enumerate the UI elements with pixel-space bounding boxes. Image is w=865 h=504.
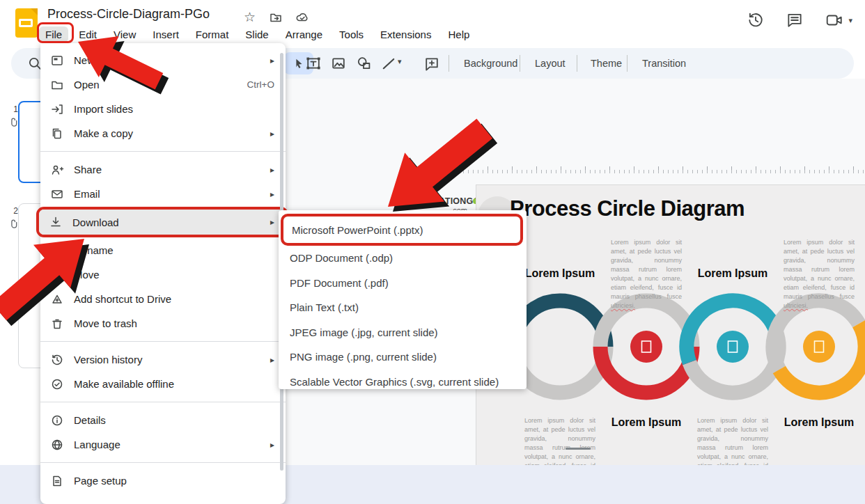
menu-slide[interactable]: Slide (239, 26, 274, 42)
insert-image-icon[interactable] (330, 55, 347, 72)
move-folder-icon[interactable] (269, 10, 283, 24)
menu-extensions[interactable]: Extensions (374, 26, 437, 42)
submenu-item-pdf[interactable]: PDF Document (.pdf) (279, 271, 527, 296)
menu-item-label: Import slides (74, 103, 133, 115)
copy-icon (50, 127, 64, 141)
slide-page[interactable]: Process Circle Diagram (476, 184, 865, 504)
file-menu: New ▸ Open Ctrl+O Import slides Make a c… (40, 43, 286, 504)
pptx-highlight-box: Microsoft PowerPoint (.pptx) (281, 214, 523, 246)
menu-format[interactable]: Format (189, 26, 235, 42)
menu-item-make-a-copy[interactable]: Make a copy ▸ (40, 121, 286, 145)
menu-item-details[interactable]: Details (40, 408, 286, 432)
menu-item-version-history[interactable]: Version history ▸ (40, 347, 286, 372)
menu-item-make-available-offline[interactable]: Make available offline (40, 372, 286, 396)
menu-item-new[interactable]: New ▸ (40, 48, 286, 72)
menu-item-open[interactable]: Open Ctrl+O (40, 72, 286, 97)
chevron-right-icon: ▸ (270, 129, 274, 139)
menu-item-label: Move to trash (74, 317, 137, 329)
speaker-notes-resize-handle[interactable] (566, 448, 591, 450)
menu-item-label: Rename (74, 244, 114, 256)
menu-item-label: Move (74, 269, 100, 281)
submenu-item-svg[interactable]: Scalable Vector Graphics (.svg, current … (279, 370, 527, 395)
watermark-brand: PRESENTATIONGO (398, 196, 467, 206)
menu-view[interactable]: View (107, 26, 142, 42)
background-button[interactable]: Background (457, 48, 524, 79)
menu-divider (40, 341, 286, 342)
import-icon (50, 102, 64, 116)
lorem-misspelled-word: ultriciesi. (784, 302, 808, 309)
menu-item-language[interactable]: Language ▸ (40, 432, 286, 457)
menu-insert[interactable]: Insert (146, 26, 185, 42)
menu-item-move[interactable]: Move (40, 262, 286, 287)
attachment-clip-icon (7, 117, 18, 128)
cloud-status-icon[interactable] (295, 10, 309, 24)
lorem-heading[interactable]: Lorem Ipsum (691, 267, 774, 280)
version-history-icon[interactable] (747, 11, 765, 29)
menu-item-label: Email (74, 188, 100, 200)
transition-button[interactable]: Transition (635, 48, 693, 79)
menu-item-rename[interactable]: Rename (40, 238, 286, 262)
insert-comment-icon[interactable] (423, 55, 440, 72)
menu-item-label: Open (74, 79, 100, 90)
toolbar-separator (577, 55, 577, 72)
layout-button[interactable]: Layout (528, 48, 572, 79)
menu-item-email[interactable]: Email ▸ (40, 182, 286, 206)
globe-icon (50, 438, 64, 452)
history-icon (50, 353, 64, 367)
meet-camera-button[interactable]: ▾ (825, 11, 852, 29)
textbox-tool-icon[interactable] (305, 55, 322, 72)
google-slides-logo[interactable] (15, 8, 38, 38)
menu-item-label: Download (72, 216, 119, 228)
chevron-right-icon: ▸ (270, 56, 274, 65)
menu-divider (40, 151, 286, 152)
lorem-misspelled-word: ultriciesi. (611, 302, 635, 309)
process-dot-4 (803, 331, 835, 363)
process-ring-1 (514, 301, 606, 393)
lorem-heading[interactable]: Lorem Ipsum (605, 416, 688, 429)
menu-item-label: Version history (74, 354, 142, 365)
attachment-clip-icon (7, 219, 18, 230)
submenu-item-txt[interactable]: Plain Text (.txt) (279, 295, 527, 320)
person-add-icon (50, 163, 64, 177)
lorem-paragraph[interactable]: Lorem ipsum dolor sit amet, at pede luct… (784, 238, 855, 310)
star-icon[interactable]: ☆ (244, 9, 256, 25)
toolbar-separator (627, 55, 628, 72)
drive-add-icon (50, 292, 64, 306)
submenu-item-pptx[interactable]: Microsoft PowerPoint (.pptx) (283, 216, 520, 243)
comments-icon[interactable] (786, 11, 804, 29)
insert-shape-icon[interactable] (355, 55, 372, 72)
chevron-right-icon: ▸ (270, 165, 274, 175)
slide-number: 2 (8, 206, 18, 216)
submenu-item-jpeg[interactable]: JPEG image (.jpg, current slide) (279, 320, 527, 345)
menu-item-download[interactable]: Download ▸ (39, 210, 286, 235)
menu-item-label: Share (74, 164, 102, 175)
insert-line-icon[interactable] (380, 55, 397, 72)
process-dot-3 (717, 331, 749, 363)
menu-item-share[interactable]: Share ▸ (40, 157, 286, 182)
lorem-heading[interactable]: Lorem Ipsum (518, 267, 602, 280)
menu-item-move-to-trash[interactable]: Move to trash (40, 311, 286, 336)
menu-item-page-setup[interactable]: Page setup (40, 468, 286, 493)
submenu-item-png[interactable]: PNG image (.png, current slide) (279, 345, 527, 370)
menu-tools[interactable]: Tools (333, 26, 370, 42)
menu-bar: File Edit View Insert Format Slide Arran… (39, 25, 476, 43)
menu-item-add-shortcut-to-drive[interactable]: Add shortcut to Drive (40, 287, 286, 311)
theme-button[interactable]: Theme (584, 48, 629, 79)
menu-item-import-slides[interactable]: Import slides (40, 97, 286, 121)
toolbar-separator (449, 55, 449, 72)
document-title[interactable]: Process-Circle-Diagram-PGo (47, 7, 210, 22)
rename-icon (50, 244, 64, 258)
menu-help[interactable]: Help (442, 26, 476, 42)
menu-arrange[interactable]: Arrange (279, 26, 329, 42)
menu-divider (40, 462, 286, 463)
menu-edit[interactable]: Edit (72, 26, 103, 42)
submenu-item-odp[interactable]: ODP Document (.odp) (279, 246, 527, 271)
trash-icon (50, 317, 64, 331)
file-highlight-box (37, 22, 74, 43)
new-doc-icon (50, 54, 64, 68)
lorem-paragraph[interactable]: Lorem ipsum dolor sit amet, at pede luct… (611, 238, 682, 310)
process-ring-2 (600, 301, 692, 393)
envelope-icon (50, 187, 64, 201)
line-tool-caret-icon[interactable]: ▾ (398, 57, 402, 66)
lorem-heading[interactable]: Lorem Ipsum (777, 416, 861, 429)
